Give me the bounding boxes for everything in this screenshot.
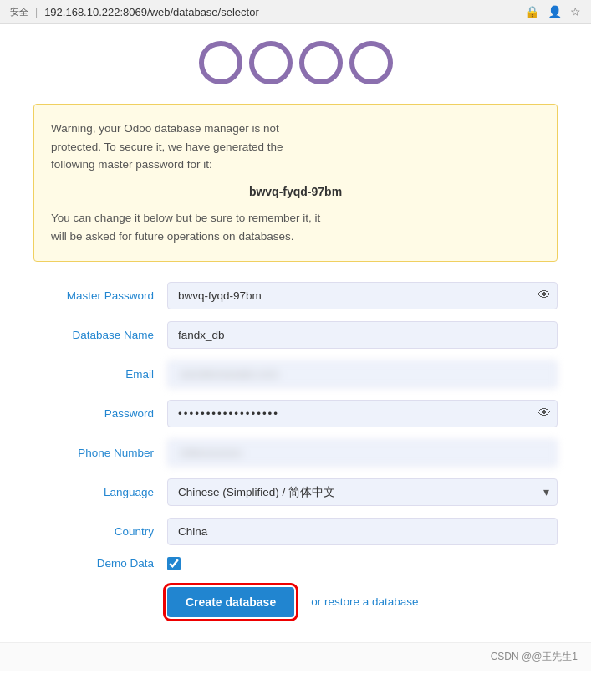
language-select[interactable]: Chinese (Simplified) / 简体中文 English Fren…	[167, 478, 558, 506]
database-name-field-wrap	[167, 321, 558, 349]
country-field-wrap	[167, 518, 558, 545]
logo-circle-4	[349, 41, 393, 84]
logo-circle-3	[299, 41, 343, 84]
master-password-label: Master Password	[33, 289, 167, 302]
phone-field-wrap	[167, 439, 558, 467]
profile-icon[interactable]: 👤	[548, 5, 562, 18]
logo-area	[33, 41, 558, 87]
watermark-text: CSDN @@王先生1	[491, 650, 578, 664]
language-label: Language	[33, 486, 167, 498]
create-database-button[interactable]: Create database	[167, 587, 294, 617]
logo-circle-1	[199, 41, 242, 84]
browser-nav-icons: 🔒 👤 ☆	[525, 5, 581, 18]
restore-database-link[interactable]: or restore a database	[311, 595, 418, 608]
demo-data-row: Demo Data	[33, 557, 558, 570]
warning-text-1: Warning, your Odoo database manager is n…	[51, 120, 540, 174]
master-password-row: Master Password 👁	[33, 282, 558, 309]
country-label: Country	[33, 525, 167, 538]
password-eye-toggle[interactable]: 👁	[538, 406, 551, 421]
main-content: Warning, your Odoo database manager is n…	[0, 24, 591, 642]
master-password-input[interactable]	[167, 282, 558, 309]
button-row: Create database or restore a database	[167, 587, 558, 617]
phone-input[interactable]	[167, 439, 558, 467]
language-select-wrap: Chinese (Simplified) / 简体中文 English Fren…	[167, 478, 558, 506]
bookmark-icon[interactable]: 🔒	[525, 5, 539, 18]
master-password-eye-toggle[interactable]: 👁	[538, 288, 551, 303]
phone-label: Phone Number	[33, 447, 167, 459]
warning-text-2: You can change it below but be sure to r…	[51, 209, 540, 245]
language-row: Language Chinese (Simplified) / 简体中文 Eng…	[33, 478, 558, 506]
phone-number-row: Phone Number	[33, 439, 558, 467]
password-label: Password	[33, 407, 167, 420]
address-bar[interactable]: 192.168.10.222:8069/web/database/selecto…	[44, 6, 518, 18]
database-name-row: Database Name	[33, 321, 558, 349]
warning-box: Warning, your Odoo database manager is n…	[33, 104, 558, 262]
database-form: Master Password 👁 Database Name Email Pa…	[33, 282, 558, 617]
bottom-bar: CSDN @@王先生1	[0, 642, 591, 671]
password-input[interactable]	[167, 400, 558, 427]
odoo-logo	[199, 41, 393, 84]
password-row: Password 👁	[33, 400, 558, 427]
email-row: Email	[33, 360, 558, 388]
logo-circle-2	[249, 41, 293, 84]
master-password-field-wrap: 👁	[167, 282, 558, 309]
country-input[interactable]	[167, 518, 558, 545]
password-field-wrap: 👁	[167, 400, 558, 427]
email-input[interactable]	[167, 360, 558, 388]
email-field-wrap	[167, 360, 558, 388]
star-icon[interactable]: ☆	[570, 5, 581, 18]
demo-data-label: Demo Data	[33, 557, 167, 570]
demo-data-checkbox[interactable]	[167, 557, 181, 570]
email-label: Email	[33, 368, 167, 381]
browser-bar: 安全 | 192.168.10.222:8069/web/database/se…	[0, 0, 591, 24]
security-icon: 安全	[10, 6, 28, 18]
database-name-label: Database Name	[33, 329, 167, 341]
country-row: Country	[33, 518, 558, 545]
master-password-display: bwvq-fyqd-97bm	[249, 185, 342, 198]
database-name-input[interactable]	[167, 321, 558, 349]
